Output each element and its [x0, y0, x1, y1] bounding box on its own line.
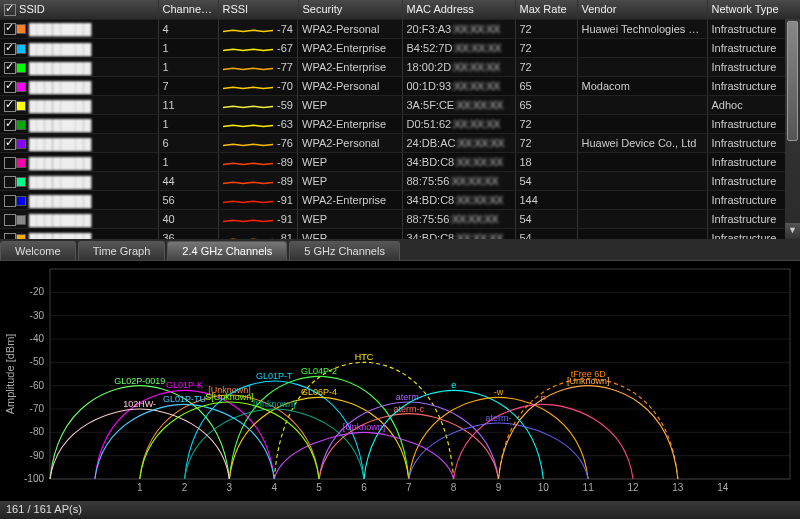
tab-5ghz[interactable]: 5 GHz Channels — [289, 241, 400, 260]
cell-security: WPA2-Enterprise — [298, 191, 402, 210]
svg-text:aterm-c: aterm-c — [394, 404, 425, 414]
cell-rssi: -81 — [219, 229, 299, 240]
cell-mac: 34:BD:C8:XX:XX:XX — [402, 229, 515, 240]
row-checkbox[interactable] — [4, 62, 16, 74]
color-swatch — [16, 158, 26, 168]
cell-vendor — [577, 229, 707, 240]
cell-rssi: -63 — [219, 115, 299, 134]
table-row[interactable]: ████████40-91WEP88:75:56:XX:XX:XX54Infra… — [0, 210, 800, 229]
cell-maxrate: 54 — [515, 210, 577, 229]
tab-welcome[interactable]: Welcome — [0, 241, 76, 260]
table-row[interactable]: ████████1-63WPA2-EnterpriseD0:51:62:XX:X… — [0, 115, 800, 134]
col-mac[interactable]: MAC Address — [402, 0, 515, 19]
row-checkbox[interactable] — [4, 81, 16, 93]
cell-vendor — [577, 58, 707, 77]
svg-text:-30: -30 — [30, 310, 45, 321]
col-ssid[interactable]: SSID — [0, 0, 158, 19]
cell-maxrate: 72 — [515, 134, 577, 153]
cell-security: WPA2-Enterprise — [298, 115, 402, 134]
row-checkbox[interactable] — [4, 23, 16, 35]
rssi-value: -74 — [277, 23, 293, 35]
row-checkbox[interactable] — [4, 138, 16, 150]
row-checkbox[interactable] — [4, 195, 16, 207]
color-swatch — [16, 234, 26, 239]
cell-rssi: -70 — [219, 77, 299, 96]
col-channel[interactable]: Channel — [158, 0, 218, 19]
svg-text:aterm-: aterm- — [396, 392, 422, 402]
rssi-sparkline — [223, 119, 274, 129]
cell-rssi: -89 — [219, 153, 299, 172]
rssi-sparkline — [223, 157, 274, 167]
scrollbar-thumb[interactable] — [787, 21, 798, 141]
table-scrollbar[interactable]: ▼ — [785, 19, 800, 239]
row-checkbox[interactable] — [4, 119, 16, 131]
table-row[interactable]: ████████56-91WPA2-Enterprise34:BD:C8:XX:… — [0, 191, 800, 210]
cell-vendor — [577, 210, 707, 229]
cell-vendor — [577, 172, 707, 191]
col-rssi[interactable]: RSSI — [218, 0, 298, 19]
header-checkbox[interactable] — [4, 4, 16, 16]
color-swatch — [16, 177, 26, 187]
svg-rect-0 — [50, 269, 790, 479]
cell-mac: 24:DB:AC:XX:XX:XX — [402, 134, 515, 153]
col-nettype[interactable]: Network Type — [707, 0, 800, 19]
tab-time-graph[interactable]: Time Graph — [78, 241, 166, 260]
rssi-value: -89 — [277, 156, 293, 168]
cell-maxrate: 54 — [515, 229, 577, 240]
ssid-label: ████████ — [29, 62, 91, 74]
table-row[interactable]: ████████44-89WEP88:75:56:XX:XX:XX54Infra… — [0, 172, 800, 191]
ssid-label: ████████ — [29, 119, 91, 131]
table-row[interactable]: ████████36-81WEP34:BD:C8:XX:XX:XX54Infra… — [0, 229, 800, 240]
table-row[interactable]: ████████1-77WPA2-Enterprise18:00:2D:XX:X… — [0, 58, 800, 77]
table-row[interactable]: ████████11-59WEP3A:5F:CE:XX:XX:XX65Adhoc — [0, 96, 800, 115]
col-maxrate[interactable]: Max Rate — [515, 0, 577, 19]
svg-text:-40: -40 — [30, 333, 45, 344]
row-checkbox[interactable] — [4, 233, 16, 239]
svg-text:-20: -20 — [30, 286, 45, 297]
cell-maxrate: 72 — [515, 58, 577, 77]
col-security[interactable]: Security — [298, 0, 402, 19]
rssi-sparkline — [223, 62, 274, 72]
row-checkbox[interactable] — [4, 176, 16, 188]
cell-security: WPA2-Enterprise — [298, 58, 402, 77]
ssid-label: ████████ — [29, 43, 91, 55]
cell-security: WPA2-Personal — [298, 77, 402, 96]
row-checkbox[interactable] — [4, 214, 16, 226]
table-row[interactable]: ████████4-74WPA2-Personal20:F3:A3:XX:XX:… — [0, 19, 800, 39]
scrollbar-down-button[interactable]: ▼ — [785, 223, 800, 239]
cell-mac: 34:BD:C8:XX:XX:XX — [402, 191, 515, 210]
cell-channel: 4 — [158, 19, 218, 39]
ssid-label: ████████ — [29, 195, 91, 207]
rssi-sparkline — [223, 81, 274, 91]
rssi-value: -91 — [277, 213, 293, 225]
col-vendor[interactable]: Vendor — [577, 0, 707, 19]
cell-mac: 88:75:56:XX:XX:XX — [402, 172, 515, 191]
cell-security: WPA2-Personal — [298, 134, 402, 153]
row-checkbox[interactable] — [4, 100, 16, 112]
cell-vendor: Modacom — [577, 77, 707, 96]
rssi-value: -76 — [277, 137, 293, 149]
tab-24ghz[interactable]: 2.4 GHz Channels — [167, 241, 287, 260]
table-row[interactable]: ████████1-67WPA2-EnterpriseB4:52:7D:XX:X… — [0, 39, 800, 58]
cell-mac: 00:1D:93:XX:XX:XX — [402, 77, 515, 96]
rssi-sparkline — [223, 176, 274, 186]
table-row[interactable]: ████████1-89WEP34:BD:C8:XX:XX:XX18Infras… — [0, 153, 800, 172]
svg-text:-50: -50 — [30, 356, 45, 367]
rssi-sparkline — [223, 195, 274, 205]
cell-channel: 1 — [158, 58, 218, 77]
cell-vendor: Huawei Technologies C… — [577, 19, 707, 39]
svg-text:P: P — [540, 394, 546, 404]
cell-mac: 34:BD:C8:XX:XX:XX — [402, 153, 515, 172]
cell-rssi: -91 — [219, 210, 299, 229]
table-row[interactable]: ████████7-70WPA2-Personal00:1D:93:XX:XX:… — [0, 77, 800, 96]
cell-channel: 1 — [158, 153, 218, 172]
row-checkbox[interactable] — [4, 157, 16, 169]
cell-rssi: -67 — [219, 39, 299, 58]
rssi-value: -81 — [277, 232, 293, 240]
rssi-value: -59 — [277, 99, 293, 111]
cell-rssi: -89 — [219, 172, 299, 191]
row-checkbox[interactable] — [4, 43, 16, 55]
color-swatch — [16, 44, 26, 54]
table-row[interactable]: ████████6-76WPA2-Personal24:DB:AC:XX:XX:… — [0, 134, 800, 153]
cell-mac: 20:F3:A3:XX:XX:XX — [402, 19, 515, 39]
